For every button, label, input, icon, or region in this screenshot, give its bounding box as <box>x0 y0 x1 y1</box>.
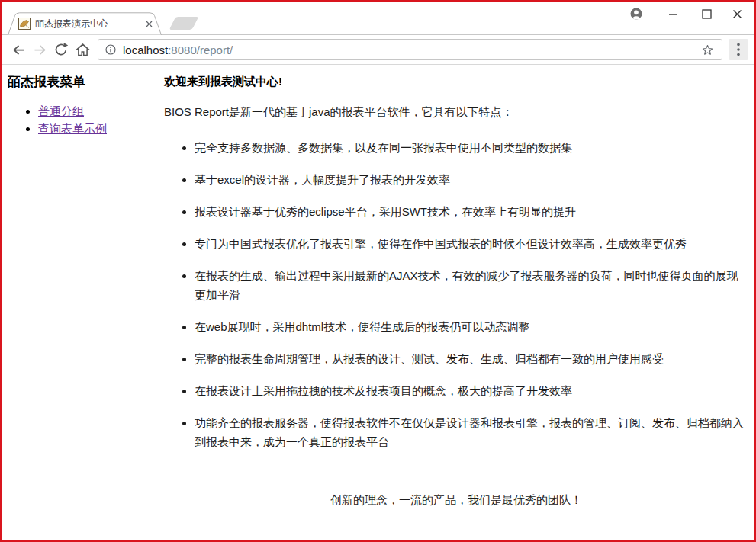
profile-icon[interactable] <box>625 5 648 22</box>
browser-toolbar: localhost:8080/report/ <box>2 35 754 65</box>
feature-item: 基于excel的设计器，大幅度提升了报表的开发效率 <box>195 170 748 189</box>
browser-tab[interactable]: 皕杰报表演示中心 <box>8 12 162 35</box>
footer-slogan: 创新的理念，一流的产品，我们是最优秀的团队！ <box>164 493 748 508</box>
feature-list: 完全支持多数据源、多数据集，以及在同一张报表中使用不同类型的数据集 基于exce… <box>164 138 748 451</box>
maximize-button[interactable] <box>695 5 718 22</box>
sidebar-menu: 普通分组 查询表单示例 <box>8 103 155 137</box>
close-window-button[interactable] <box>725 5 748 22</box>
url-text[interactable]: localhost:8080/report/ <box>123 43 699 56</box>
report-menu-sidebar: 皕杰报表菜单 普通分组 查询表单示例 <box>2 65 158 541</box>
page-info-icon[interactable] <box>105 43 117 56</box>
page-heading: 欢迎来到报表测试中心! <box>164 74 748 89</box>
site-favicon-icon <box>18 18 31 30</box>
tab-close-icon[interactable] <box>143 18 154 29</box>
close-icon <box>732 9 742 19</box>
feature-item: 在web展现时，采用dhtml技术，使得生成后的报表仍可以动态调整 <box>195 317 748 336</box>
feature-item: 专门为中国式报表优化了报表引擎，使得在作中国式报表的时候不但设计效率高，生成效率… <box>195 234 748 253</box>
sidebar-link-query-form-demo[interactable]: 查询表单示例 <box>38 122 107 135</box>
maximize-icon <box>702 9 712 19</box>
tab-title: 皕杰报表演示中心 <box>35 18 139 30</box>
home-button[interactable] <box>72 39 93 60</box>
feature-item: 完全支持多数据源、多数据集，以及在同一张报表中使用不同类型的数据集 <box>195 138 748 157</box>
titlebar: 皕杰报表演示中心 <box>2 2 754 35</box>
sidebar-menu-item: 普通分组 <box>38 103 155 120</box>
main-content: 欢迎来到报表测试中心! BIOS Report是新一代的基于java的报表平台软… <box>158 65 754 541</box>
sidebar-title: 皕杰报表菜单 <box>8 74 155 91</box>
new-tab-button[interactable] <box>169 17 199 30</box>
back-button[interactable] <box>8 39 29 60</box>
forward-arrow-icon <box>32 42 48 58</box>
back-arrow-icon <box>11 42 27 58</box>
reload-button[interactable] <box>50 39 72 60</box>
profile-avatar-icon <box>629 6 644 21</box>
intro-paragraph: BIOS Report是新一代的基于java的报表平台软件，它具有以下特点： <box>164 104 748 120</box>
feature-item: 功能齐全的报表服务器，使得报表软件不在仅仅是设计器和报表引擎，报表的管理、订阅、… <box>195 413 748 451</box>
page-content: 皕杰报表菜单 普通分组 查询表单示例 欢迎来到报表测试中心! BIOS Repo… <box>2 65 754 541</box>
feature-item: 在报表设计上采用拖拉拽的技术及报表项目的概念，极大的提高了开发效率 <box>195 381 748 400</box>
address-bar[interactable]: localhost:8080/report/ <box>98 39 722 60</box>
bookmark-star-icon[interactable] <box>699 41 716 58</box>
minimize-button[interactable] <box>661 5 684 22</box>
sidebar-link-normal-group[interactable]: 普通分组 <box>38 104 84 117</box>
browser-menu-button[interactable] <box>729 39 748 60</box>
feature-item: 报表设计器基于优秀的eclipse平台，采用SWT技术，在效率上有明显的提升 <box>195 202 748 221</box>
minimize-icon <box>668 9 678 19</box>
reload-icon <box>53 42 69 57</box>
feature-item: 在报表的生成、输出过程中采用最新的AJAX技术，有效的减少了报表服务器的负荷，同… <box>195 266 748 304</box>
browser-window: 皕杰报表演示中心 <box>0 0 756 542</box>
sidebar-menu-item: 查询表单示例 <box>38 120 155 137</box>
home-icon <box>75 42 91 58</box>
forward-button[interactable] <box>29 39 50 60</box>
url-host: localhost <box>123 43 168 56</box>
kebab-menu-icon <box>737 43 740 56</box>
feature-item: 完整的报表生命周期管理，从报表的设计、测试、发布、生成、归档都有一致的用户使用感… <box>195 349 748 368</box>
url-path: :8080/report/ <box>168 43 233 56</box>
